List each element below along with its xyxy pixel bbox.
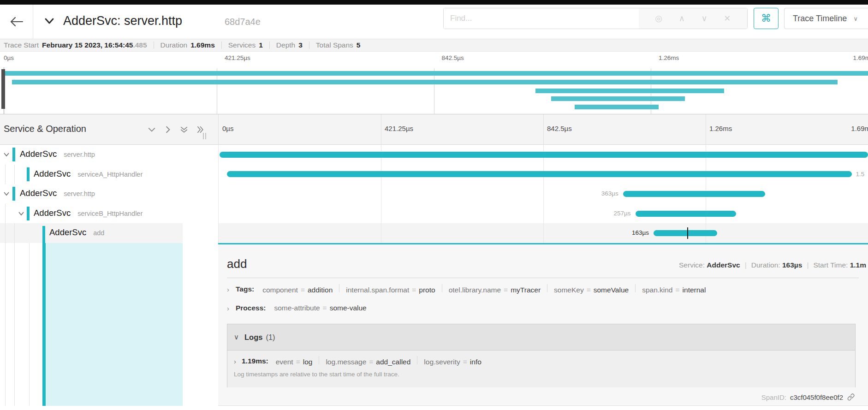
log-entry[interactable]: › 1.19ms: event=loglog.message=add_calle… (234, 356, 482, 366)
selected-span-color-bar (42, 243, 46, 406)
tag-field: someKey=someValue (554, 286, 629, 294)
tag-value: myTracer (511, 286, 541, 294)
expander-chevron-icon[interactable] (3, 151, 10, 160)
logs-count: (1) (266, 333, 275, 342)
meta-value: 3 (298, 41, 303, 49)
span-row[interactable]: AdderSvcserver.http363µs (0, 184, 868, 204)
log-marker[interactable] (687, 227, 688, 239)
expand-one-icon[interactable] (164, 125, 172, 136)
meta-value-suffix: .485 (133, 41, 147, 49)
copy-link-icon[interactable] (847, 393, 855, 401)
prev-result-icon[interactable]: ∧ (679, 13, 685, 24)
meta-value: 5 (357, 41, 361, 49)
span-service-name: AdderSvcserver.http (20, 149, 95, 159)
chevron-down-icon: ∨ (853, 15, 858, 22)
span-row[interactable]: AdderSvcadd163µs (0, 223, 868, 243)
span-row[interactable]: AdderSvcserviceA_HttpHandler1.5 (0, 165, 868, 184)
field-separator (319, 356, 319, 364)
find-nav-group: ◎ ∧ ∨ ✕ (639, 8, 747, 29)
minimap-tick-label: 1.26ms (655, 54, 679, 61)
span-color-bar (27, 167, 30, 181)
span-bar[interactable] (623, 191, 766, 197)
meta-label: Total Spans (316, 41, 353, 49)
span-operation-name: server.http (64, 151, 95, 158)
span-operation-name: serviceB_HttpHandler (77, 210, 143, 217)
clear-search-icon[interactable]: ✕ (724, 13, 731, 24)
tag-key: log.message (326, 358, 366, 366)
expander-chevron-icon[interactable] (18, 210, 25, 219)
service-value: AdderSvc (707, 261, 740, 269)
timeline-tick-label: 421.25µs (381, 125, 413, 132)
span-bar[interactable] (227, 171, 852, 177)
minimap-tick-label: 0µs (4, 54, 14, 61)
equals-sign: = (676, 286, 680, 294)
span-service-name: AdderSvcserver.http (20, 188, 95, 198)
detail-operation-title: add (227, 257, 247, 271)
span-bar[interactable] (636, 211, 736, 217)
equals-sign: = (504, 286, 508, 294)
tags-accordion[interactable]: › Tags: component=additioninternal.span.… (227, 284, 706, 294)
collapse-all-icon[interactable] (180, 125, 188, 136)
process-accordion[interactable]: › Process: some-attribute=some-value (227, 304, 367, 312)
span-service-name: AdderSvcserviceA_HttpHandler (34, 169, 143, 179)
span-name-cell: AdderSvcserviceB_HttpHandler (0, 204, 183, 224)
tags-label: Tags: (236, 285, 254, 293)
tag-value: log (303, 358, 313, 366)
start-time-value: 1.1m (850, 261, 866, 269)
view-selector-button[interactable]: Trace Timeline ∨ (784, 8, 868, 29)
meta-separator (269, 42, 270, 49)
field-separator (547, 284, 547, 292)
meta-separator (154, 42, 154, 49)
start-time-label: Start Time: (813, 261, 848, 269)
keyboard-shortcuts-button[interactable]: ⌘ (754, 8, 779, 29)
minimap-scrubber-handle[interactable] (1, 69, 5, 109)
duration-value: 163µs (782, 261, 802, 269)
tag-key: log.severity (424, 358, 460, 366)
selected-span-tree-column (0, 243, 218, 406)
column-resizer[interactable] (203, 133, 208, 139)
indent-guide (14, 223, 15, 243)
logs-accordion-header[interactable]: ∨ Logs (1) (227, 324, 855, 350)
span-timeline-cell (218, 145, 868, 165)
tag-key: internal.span.format (346, 286, 409, 294)
timeline-tick-label: 1.26ms (706, 125, 732, 132)
minimap-tick-label: 1.69m (853, 54, 868, 61)
tag-field: internal.span.format=proto (346, 286, 435, 294)
tag-value: internal (683, 286, 706, 294)
tag-field: some-attribute=some-value (274, 304, 366, 312)
minimap-span-bar (535, 89, 724, 93)
span-name-cell: AdderSvcserviceA_HttpHandler (0, 165, 183, 184)
trace-minimap[interactable]: 0µs421.25µs842.5µs1.26ms1.69m (0, 52, 868, 114)
equals-sign: = (412, 286, 416, 294)
span-service-name: AdderSvcadd (49, 227, 104, 238)
indent-guide (5, 165, 6, 184)
indent-guide (5, 204, 6, 224)
spanid-value: c3cf045f0f8ee0f2 (790, 393, 843, 401)
span-bar[interactable] (220, 152, 868, 158)
span-operation-name: server.http (64, 190, 95, 197)
span-operation-name: serviceA_HttpHandler (77, 171, 143, 178)
span-color-bar (27, 207, 30, 220)
tag-value: proto (419, 286, 435, 294)
tag-value: add_called (376, 358, 410, 366)
span-color-bar (12, 187, 15, 201)
span-bar[interactable] (654, 230, 717, 236)
field-separator (339, 284, 339, 292)
span-name-cell: AdderSvcadd (0, 223, 183, 243)
indent-guide (5, 223, 6, 243)
collapse-trace-chevron-icon[interactable] (43, 15, 55, 27)
locate-span-icon[interactable]: ◎ (655, 13, 662, 24)
span-row[interactable]: AdderSvcserver.http (0, 145, 868, 165)
back-button[interactable] (0, 5, 33, 39)
expander-chevron-icon[interactable] (3, 190, 10, 199)
collapse-one-icon[interactable] (148, 125, 156, 136)
find-input[interactable] (444, 8, 639, 29)
span-timeline-cell: 163µs (218, 223, 868, 243)
tag-field: span.kind=internal (642, 286, 706, 294)
span-row[interactable]: AdderSvcserviceB_HttpHandler257µs (0, 204, 868, 224)
trace-meta-bar: Trace StartFebruary 15 2023, 16:54:45.48… (0, 39, 868, 52)
tag-field: otel.library.name=myTracer (449, 286, 541, 294)
span-duration-label: 163µs (632, 229, 654, 236)
span-duration-label: 363µs (601, 190, 623, 197)
next-result-icon[interactable]: ∨ (701, 13, 707, 24)
